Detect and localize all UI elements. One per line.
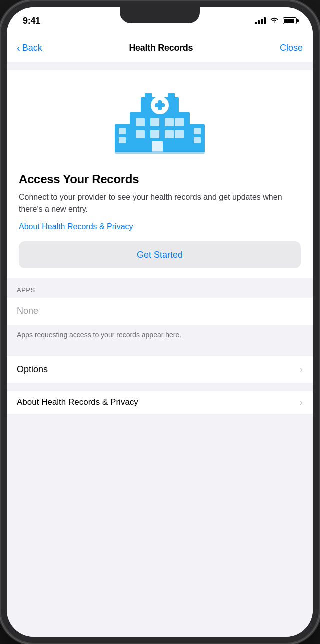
close-button[interactable]: Close [280, 43, 303, 53]
svg-rect-16 [119, 137, 126, 143]
nav-bar: ‹ Back Health Records Close [7, 34, 313, 62]
about-privacy-chevron-icon: › [300, 397, 303, 408]
access-title: Access Your Records [19, 172, 301, 186]
phone-frame: 9:41 ‹ [0, 0, 320, 644]
privacy-link[interactable]: About Health Records & Privacy [19, 222, 301, 231]
status-bar: 9:41 [7, 7, 313, 34]
svg-rect-5 [136, 118, 145, 126]
wifi-icon [270, 17, 279, 25]
apps-list-card: None [7, 298, 313, 325]
about-privacy-label: About Health Records & Privacy [17, 397, 138, 407]
spacer [7, 383, 313, 391]
options-row[interactable]: Options › [7, 356, 313, 383]
options-section: Options › [7, 356, 313, 383]
apps-footer: Apps requesting access to your records a… [7, 325, 313, 348]
svg-rect-21 [145, 93, 152, 98]
get-started-label: Get Started [137, 250, 183, 260]
nav-title: Health Records [129, 43, 193, 53]
svg-rect-8 [175, 118, 184, 126]
back-button[interactable]: ‹ Back [17, 43, 42, 53]
svg-rect-22 [168, 93, 175, 98]
main-content: Access Your Records Connect to your prov… [7, 62, 313, 637]
about-privacy-row[interactable]: About Health Records & Privacy › [7, 391, 313, 414]
options-label: Options [17, 364, 48, 375]
svg-rect-18 [194, 128, 201, 134]
svg-rect-10 [150, 130, 160, 138]
svg-rect-20 [115, 151, 205, 154]
apps-none-row: None [7, 298, 313, 325]
hospital-illustration [19, 82, 301, 162]
back-chevron-icon: ‹ [17, 43, 20, 53]
options-chevron-icon: › [300, 364, 303, 375]
svg-rect-13 [152, 141, 163, 152]
svg-rect-15 [119, 128, 126, 134]
status-icons [255, 17, 297, 25]
get-started-button[interactable]: Get Started [19, 241, 301, 268]
access-description: Connect to your provider to see your hea… [19, 191, 301, 215]
signal-icon [255, 17, 266, 24]
svg-rect-6 [150, 118, 160, 126]
svg-rect-19 [194, 137, 201, 143]
screen: 9:41 ‹ [7, 7, 313, 637]
notch [120, 7, 200, 23]
status-time: 9:41 [23, 16, 40, 26]
apps-section-header: APPS [7, 278, 313, 298]
svg-rect-9 [136, 130, 145, 138]
svg-rect-12 [175, 130, 184, 138]
hospital-icon [115, 82, 205, 162]
svg-rect-11 [165, 130, 174, 138]
back-label: Back [22, 43, 42, 53]
svg-rect-7 [165, 118, 174, 126]
hero-card: Access Your Records Connect to your prov… [7, 70, 313, 278]
apps-none-label: None [17, 306, 38, 316]
svg-rect-4 [155, 103, 165, 107]
battery-icon [283, 17, 297, 24]
